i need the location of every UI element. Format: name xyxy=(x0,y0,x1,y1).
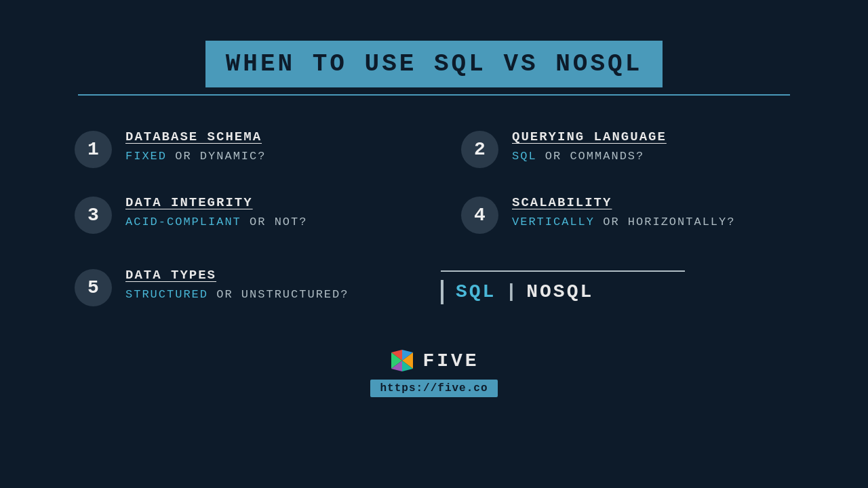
item-5-highlight: STRUCTURED xyxy=(125,288,208,301)
item-4-desc: VERTICALLY OR HORIZONTALLY? xyxy=(512,216,735,228)
item-3-highlight: ACID-COMPLIANT xyxy=(125,216,241,228)
item-5: 5 DATA TYPES STRUCTURED OR UNSTRUCTURED? xyxy=(61,254,355,320)
sql-nosql-divider xyxy=(441,270,685,272)
content-grid: 1 DATABASE SCHEMA FIXED OR DYNAMIC? 2 QU… xyxy=(61,116,807,247)
number-5: 5 xyxy=(87,277,99,298)
item-5-content: DATA TYPES STRUCTURED OR UNSTRUCTURED? xyxy=(125,268,349,301)
number-1: 1 xyxy=(87,139,99,160)
item-4: 4 SCALABILITY VERTICALLY OR HORIZONTALLY… xyxy=(448,182,807,247)
url-badge: https://five.co xyxy=(370,380,497,397)
item-3-desc: ACID-COMPLIANT OR NOT? xyxy=(125,216,307,228)
item-2-normal: OR COMMANDS? xyxy=(537,150,645,163)
logo-text: FIVE xyxy=(422,350,479,371)
item-1-content: DATABASE SCHEMA FIXED OR DYNAMIC? xyxy=(125,129,266,163)
url-text: https://five.co xyxy=(380,382,488,394)
number-2: 2 xyxy=(474,139,486,160)
number-circle-4: 4 xyxy=(461,197,498,234)
item-1-highlight: FIXED xyxy=(125,150,167,163)
item-2: 2 QUERYING LANGUAGE SQL OR COMMANDS? xyxy=(448,116,807,182)
item-1: 1 DATABASE SCHEMA FIXED OR DYNAMIC? xyxy=(61,116,420,182)
item-2-content: QUERYING LANGUAGE SQL OR COMMANDS? xyxy=(512,129,667,163)
item-5-title: DATA TYPES xyxy=(125,268,349,283)
sql-nosql-panel: SQL | NOSQL xyxy=(427,270,807,304)
item-1-desc: FIXED OR DYNAMIC? xyxy=(125,150,266,163)
item-3-title: DATA INTEGRITY xyxy=(125,195,307,210)
title-box: WHEN TO USE SQL vs NoSQL xyxy=(205,41,663,87)
item-1-title: DATABASE SCHEMA xyxy=(125,129,266,144)
item-2-desc: SQL OR COMMANDS? xyxy=(512,150,667,163)
title-wrapper: WHEN TO USE SQL vs NoSQL xyxy=(205,41,663,87)
title-divider xyxy=(78,94,790,96)
item-4-highlight: VERTICALLY xyxy=(512,216,595,228)
logo-row: FIVE xyxy=(389,347,479,374)
item-2-title: QUERYING LANGUAGE xyxy=(512,129,667,144)
number-4: 4 xyxy=(474,205,486,226)
item-3: 3 DATA INTEGRITY ACID-COMPLIANT OR NOT? xyxy=(61,182,420,247)
number-3: 3 xyxy=(87,205,99,226)
bottom-row: 5 DATA TYPES STRUCTURED OR UNSTRUCTURED?… xyxy=(61,247,807,327)
footer: FIVE https://five.co xyxy=(370,347,497,397)
sql-label: SQL xyxy=(456,281,496,302)
item-1-normal: OR DYNAMIC? xyxy=(167,150,266,163)
separator: | xyxy=(505,281,517,302)
number-circle-5: 5 xyxy=(75,269,112,306)
item-4-content: SCALABILITY VERTICALLY OR HORIZONTALLY? xyxy=(512,195,735,228)
number-circle-2: 2 xyxy=(461,131,498,168)
item-4-title: SCALABILITY xyxy=(512,195,735,210)
number-circle-1: 1 xyxy=(75,131,112,168)
item-2-highlight: SQL xyxy=(512,150,537,163)
sql-nosql-labels: SQL | NOSQL xyxy=(441,280,593,304)
item-3-content: DATA INTEGRITY ACID-COMPLIANT OR NOT? xyxy=(125,195,307,228)
item-5-normal: OR UNSTRUCTURED? xyxy=(208,288,349,301)
nosql-label: NOSQL xyxy=(526,281,593,302)
item-5-desc: STRUCTURED OR UNSTRUCTURED? xyxy=(125,288,349,301)
number-circle-3: 3 xyxy=(75,197,112,234)
item-3-normal: OR NOT? xyxy=(241,216,308,228)
main-title: WHEN TO USE SQL vs NoSQL xyxy=(226,50,642,78)
five-logo-icon xyxy=(389,347,416,374)
item-4-normal: OR HORIZONTALLY? xyxy=(595,216,735,228)
sql-nosql-bar xyxy=(441,280,443,304)
item-5-wrapper: 5 DATA TYPES STRUCTURED OR UNSTRUCTURED? xyxy=(61,254,427,320)
